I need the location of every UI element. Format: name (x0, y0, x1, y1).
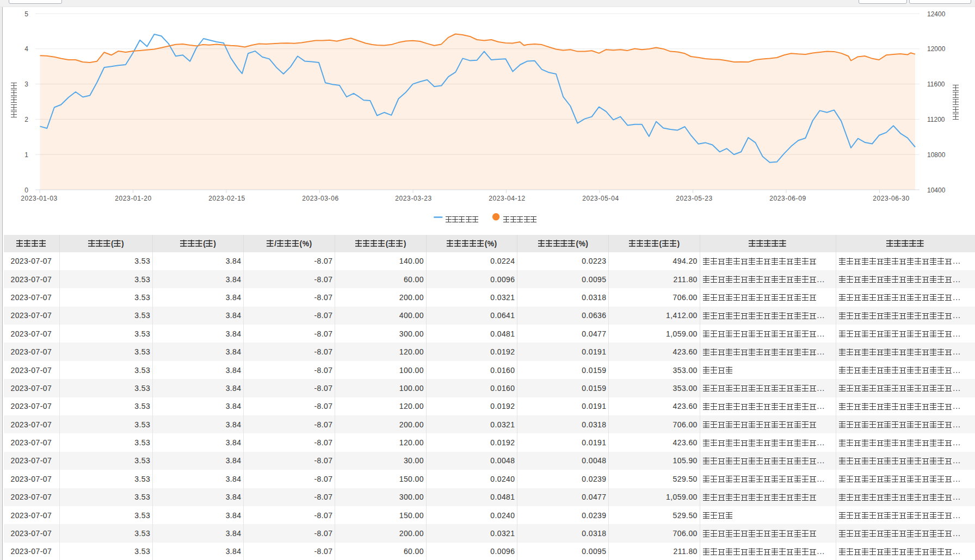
svg-text:2023-05-23: 2023-05-23 (676, 195, 712, 202)
svg-text:2: 2 (24, 116, 28, 123)
svg-text:5: 5 (24, 10, 28, 18)
svg-text:2023-03-23: 2023-03-23 (395, 195, 431, 202)
svg-text:12000: 12000 (927, 45, 946, 53)
svg-text:1: 1 (24, 151, 28, 159)
svg-text:10400: 10400 (927, 186, 946, 194)
svg-text:11600: 11600 (927, 80, 945, 88)
svg-text:0: 0 (24, 186, 28, 194)
svg-text:2023-06-09: 2023-06-09 (769, 195, 806, 202)
svg-text:10800: 10800 (927, 151, 946, 159)
svg-text:2023-01-03: 2023-01-03 (21, 195, 57, 202)
svg-text:2023-04-12: 2023-04-12 (489, 195, 525, 202)
svg-text:12400: 12400 (927, 10, 946, 18)
svg-text:2023-03-06: 2023-03-06 (302, 195, 338, 202)
svg-text:2023-06-30: 2023-06-30 (873, 195, 909, 202)
svg-text:4: 4 (24, 45, 28, 53)
svg-text:2023-01-20: 2023-01-20 (115, 195, 151, 202)
svg-text:2023-05-04: 2023-05-04 (582, 195, 619, 202)
svg-text:2023-02-15: 2023-02-15 (208, 195, 245, 202)
svg-text:11200: 11200 (927, 116, 945, 123)
svg-text:3: 3 (24, 80, 28, 88)
